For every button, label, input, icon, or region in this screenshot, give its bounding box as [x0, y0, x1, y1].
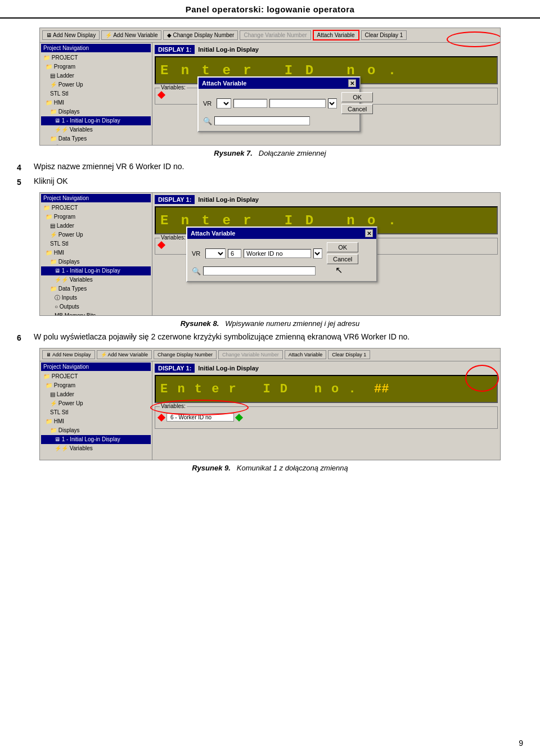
vr-dropdown-fig8[interactable]: [205, 248, 226, 259]
tree-stl-fig8: STL Stl: [41, 239, 151, 248]
tree-initial-login-fig9[interactable]: 🖥 1 - Initial Log-in Display: [41, 435, 151, 444]
dialog-close-button-fig8[interactable]: ✕: [365, 229, 373, 237]
tree-inputs: ⓘ Inputs: [41, 143, 151, 146]
variables-section-fig9: Variables: 6 - Worker ID no: [155, 406, 498, 429]
magnifier-icon: 🔍: [203, 117, 212, 125]
tree-initial-login[interactable]: 🖥 1 - Initial Log-in Display: [41, 116, 151, 125]
tree-outputs-fig8: ○ Outputs: [41, 302, 151, 311]
tree-powerup: ⚡ Power Up: [41, 80, 151, 89]
clear-display-button[interactable]: Clear Display 1: [361, 30, 407, 40]
attach-variable-button-fig9[interactable]: Attach Variable: [285, 350, 326, 359]
display-name-fig7: Initial Log-in Display: [198, 46, 259, 53]
step5-row: 5 Kliknij OK: [17, 176, 523, 187]
display-header-fig7: DISPLAY 1: Initial Log-in Display: [155, 45, 498, 54]
display-header-fig8: DISPLAY 1: Initial Log-in Display: [155, 195, 498, 204]
step6-row: 6 W polu wyświetlacza pojawiły się 2 cze…: [17, 332, 523, 342]
figure8-caption-text: Wpisywanie numeru zmiennej i jej adresu: [225, 319, 359, 328]
var-name-input[interactable]: [269, 99, 326, 108]
var-name-dropdown[interactable]: [328, 98, 337, 108]
vr-label: VR: [203, 100, 214, 107]
display-name-fig8: Initial Log-in Display: [198, 196, 259, 203]
figure7-caption-text: Dołączanie zmiennej: [259, 149, 326, 157]
project-navigation-fig9: Project Navigation 📁 PROJECT 📁 Program ▤…: [40, 361, 152, 460]
hmi-display-fig9: E n t e r I D n o . ##: [155, 375, 498, 403]
add-new-display-button[interactable]: 🖥 Add New Display: [42, 30, 100, 40]
var-name-dropdown-fig8[interactable]: [313, 248, 322, 259]
ok-button-fig8[interactable]: OK: [327, 242, 358, 252]
figure7-caption-label: Rysunek 7.: [214, 149, 253, 157]
tree-program-fig9: 📁 Program: [41, 381, 151, 390]
dialog-body-fig7: VR OK Cancel 🔍: [199, 89, 359, 131]
clear-display-button-fig9[interactable]: Clear Display 1: [328, 350, 370, 359]
project-navigation-fig7: Project Navigation 📁 PROJECT 📁 Program ▤…: [40, 43, 152, 146]
dialog-title-bar-fig8: Attach Variable ✕: [187, 228, 376, 239]
add-new-display-button-fig9[interactable]: 🖥 Add New Display: [42, 350, 95, 359]
vr-number-input[interactable]: [233, 99, 267, 108]
figure8-screenshot: Project Navigation 📁 PROJECT 📁 Program ▤…: [39, 192, 501, 316]
vr-dropdown[interactable]: [217, 98, 231, 108]
display-icon: 🖥: [46, 32, 52, 38]
tree-datatypes-fig8: 📁 Data Types: [41, 284, 151, 293]
tree-project-fig8: 📁 PROJECT: [41, 203, 151, 212]
dialog-row1-fig8: VR OK Cancel: [192, 242, 372, 264]
figure9-caption-text: Komunikat 1 z dołączoną zmienną: [237, 464, 348, 472]
display-area-fig7: DISPLAY 1: Initial Log-in Display E n t …: [152, 43, 500, 146]
change-display-number-button-fig9[interactable]: Change Display Number: [154, 350, 217, 359]
attach-variable-button[interactable]: Attach Variable: [313, 30, 359, 40]
cancel-button-fig7[interactable]: Cancel: [341, 104, 373, 114]
add-new-variable-button[interactable]: ⚡ Add New Variable: [101, 30, 161, 40]
change-display-icon: ◆: [167, 32, 172, 38]
cursor-icon: ↖: [335, 265, 343, 275]
project-nav-title-fig9: Project Navigation: [41, 363, 151, 371]
vr-number-input-fig8[interactable]: [228, 249, 241, 258]
step4-row: 4 Wpisz nazwe zmiennej VR 6 Worker ID no…: [17, 162, 523, 172]
add-new-variable-button-fig9[interactable]: ⚡ Add New Variable: [97, 350, 152, 359]
hmi-text-fig7: E n t e r I D n o .: [160, 63, 398, 78]
toolbar-fig7: 🖥 Add New Display ⚡ Add New Variable ◆ C…: [40, 28, 500, 43]
main-area-fig7: Project Navigation 📁 PROJECT 📁 Program ▤…: [40, 43, 500, 146]
hmi-text-fig9: E n t e r I D n o .: [160, 382, 374, 396]
tree-datatypes: 📁 Data Types: [41, 134, 151, 143]
dialog-close-button[interactable]: ✕: [348, 79, 356, 87]
tree-program: 📁 Program: [41, 62, 151, 71]
magnifier-icon-fig8: 🔍: [192, 267, 201, 275]
tree-memorybits-fig8: MB Memory Bits: [41, 311, 151, 316]
tree-hmi: 📁 HMI: [41, 98, 151, 107]
display-area-fig9: DISPLAY 1: Initial Log-in Display E n t …: [152, 361, 500, 460]
display-area-fig8: DISPLAY 1: Initial Log-in Display E n t …: [152, 193, 500, 316]
search-input-fig8[interactable]: [203, 266, 316, 275]
tree-powerup-fig9: ⚡ Power Up: [41, 399, 151, 408]
page-number: 9: [519, 739, 523, 748]
search-input-fig7[interactable]: [214, 116, 310, 125]
hmi-text-fig8: E n t e r I D n o .: [160, 213, 398, 228]
figure7-screenshot: 🖥 Add New Display ⚡ Add New Variable ◆ C…: [39, 28, 501, 146]
project-nav-title-fig8: Project Navigation: [41, 194, 151, 202]
dialog-body-fig8: VR OK Cancel 🔍: [187, 239, 376, 281]
cancel-button-fig8[interactable]: Cancel: [327, 254, 358, 264]
variable-icon: ⚡: [105, 32, 112, 38]
red-diamond-icon: [158, 91, 165, 99]
ok-button-fig7[interactable]: OK: [341, 92, 373, 102]
tree-ladder-fig9: ▤ Ladder: [41, 390, 151, 399]
tree-program-fig8: 📁 Program: [41, 212, 151, 221]
dialog-row1: VR OK Cancel: [203, 92, 355, 114]
page-title: Panel operatorski: logowanie operatora: [0, 0, 540, 19]
dialog-title-bar: Attach Variable ✕: [199, 78, 359, 89]
dialog-title-label: Attach Variable: [202, 80, 246, 87]
step5-number: 5: [17, 178, 34, 187]
dialog-row2: 🔍: [203, 116, 355, 125]
tree-initial-login-fig8[interactable]: 🖥 1 - Initial Log-in Display: [41, 266, 151, 275]
vr-label-fig8: VR: [192, 250, 203, 257]
main-area-fig9: Project Navigation 📁 PROJECT 📁 Program ▤…: [40, 361, 500, 460]
attach-variable-dialog-fig8[interactable]: Attach Variable ✕ VR OK Cancel: [186, 227, 377, 282]
figure8-caption: Rysunek 8. Wpisywanie numeru zmiennej i …: [17, 319, 523, 328]
change-variable-number-button[interactable]: Change Variable Number: [240, 30, 310, 40]
variable-name-box-fig9: 6 - Worker ID no: [166, 413, 234, 422]
tree-hmi-fig8: 📁 HMI: [41, 248, 151, 257]
attach-variable-dialog-fig7[interactable]: Attach Variable ✕ VR OK Cancel: [197, 76, 361, 132]
var-name-input-fig8[interactable]: [244, 249, 311, 258]
tree-stl: STL Stl: [41, 89, 151, 98]
change-display-number-button[interactable]: ◆ Change Display Number: [163, 30, 238, 40]
change-variable-number-button-fig9[interactable]: Change Variable Number: [218, 350, 283, 359]
tree-project: 📁 PROJECT: [41, 53, 151, 62]
